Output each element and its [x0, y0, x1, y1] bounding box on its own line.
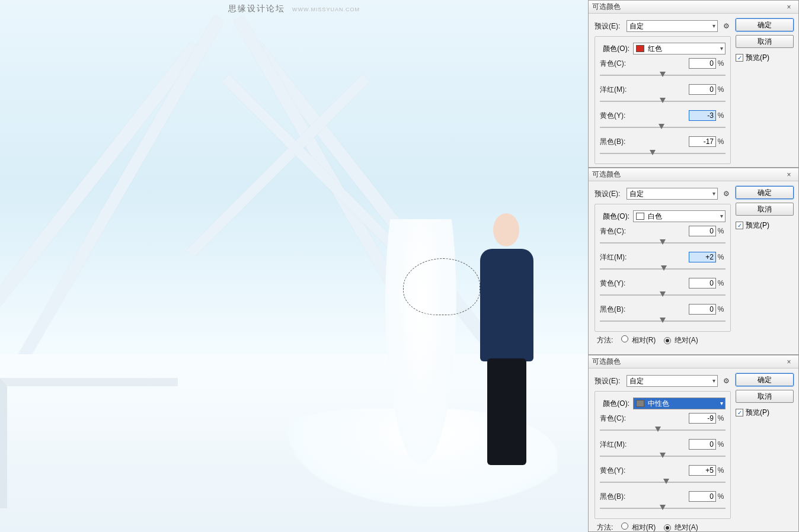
slider-track-cyan[interactable]: [600, 71, 726, 79]
color-swatch-icon: [636, 45, 644, 52]
slider-label-yellow: 黄色(Y):: [600, 278, 689, 289]
slider-value-cyan[interactable]: -9: [689, 413, 716, 424]
slider-track-magenta[interactable]: [600, 97, 726, 105]
gear-icon[interactable]: ⚙: [721, 22, 731, 30]
dialog-title: 可选颜色: [592, 169, 783, 180]
method-row: 方法: 相对(R) 绝对(A): [595, 523, 731, 532]
percent-label: %: [716, 466, 726, 475]
dialog-title: 可选颜色: [592, 357, 783, 367]
colors-label: 颜色(O):: [600, 44, 633, 54]
slider-value-cyan[interactable]: 0: [689, 226, 716, 236]
slider-value-yellow[interactable]: 0: [689, 278, 716, 289]
method-relative[interactable]: 相对(R): [621, 523, 656, 532]
cancel-button[interactable]: 取消: [736, 203, 794, 216]
ok-button[interactable]: 确定: [736, 186, 794, 199]
method-row: 方法: 相对(R) 绝对(A): [595, 335, 731, 345]
preview-label: 预览(P): [746, 220, 769, 230]
slider-track-yellow[interactable]: [600, 291, 726, 299]
slider-label-magenta: 洋红(M):: [600, 85, 689, 95]
image-canvas: 思缘设计论坛 WWW.MISSYUAN.COM: [0, 0, 588, 532]
preview-checkbox[interactable]: ✓预览(P): [736, 408, 794, 418]
slider-value-cyan[interactable]: 0: [689, 58, 716, 69]
slider-value-magenta[interactable]: +2: [689, 252, 716, 262]
chevron-down-icon: ▾: [720, 400, 723, 406]
preset-select[interactable]: 自定 ▾: [627, 188, 718, 200]
preview-checkbox[interactable]: ✓预览(P): [736, 220, 794, 230]
close-icon[interactable]: ×: [783, 171, 795, 179]
wedding-couple: [332, 207, 557, 509]
preset-select[interactable]: 自定 ▾: [627, 375, 718, 387]
adjust-group: 颜色(O): 中性色 ▾ 青色(C): -9 %: [595, 391, 731, 519]
percent-label: %: [716, 305, 726, 313]
slider-value-magenta[interactable]: 0: [689, 439, 716, 450]
selective-color-dialog-1: 可选颜色 × 预设(E): 自定 ▾ ⚙ 颜色(O):: [588, 0, 799, 168]
colors-label: 颜色(O):: [600, 211, 633, 222]
slider-label-yellow: 黄色(Y):: [600, 111, 689, 121]
watermark-text: 思缘设计论坛: [228, 4, 285, 13]
slider-track-black[interactable]: [600, 504, 726, 512]
slider-track-black[interactable]: [600, 317, 726, 325]
percent-label: %: [716, 111, 726, 120]
watermark: 思缘设计论坛 WWW.MISSYUAN.COM: [228, 4, 360, 14]
gear-icon[interactable]: ⚙: [721, 377, 731, 385]
slider-value-magenta[interactable]: 0: [689, 84, 716, 95]
preview-label: 预览(P): [746, 408, 769, 418]
percent-label: %: [716, 279, 726, 287]
slider-value-yellow[interactable]: -3: [689, 110, 716, 121]
selective-color-dialog-3: 可选颜色 × 预设(E): 自定 ▾ ⚙ 颜色(O):: [588, 355, 799, 532]
colors-select[interactable]: 中性色 ▾: [633, 398, 726, 409]
chevron-down-icon: ▾: [712, 190, 715, 197]
preset-label: 预设(E):: [595, 376, 627, 386]
colors-select[interactable]: 红色 ▾: [633, 43, 726, 55]
ok-button[interactable]: 确定: [736, 373, 794, 386]
method-absolute[interactable]: 绝对(A): [664, 523, 698, 532]
color-swatch-icon: [636, 213, 644, 220]
marquee-selection: [403, 258, 480, 315]
close-icon[interactable]: ×: [783, 358, 795, 366]
chevron-down-icon: ▾: [720, 45, 723, 52]
slider-value-black[interactable]: 0: [689, 304, 716, 315]
slider-track-yellow[interactable]: [600, 478, 726, 486]
color-swatch-icon: [636, 400, 644, 407]
percent-label: %: [716, 85, 726, 94]
preset-label: 预设(E):: [595, 21, 627, 31]
slider-label-cyan: 青色(C):: [600, 414, 689, 424]
colors-select[interactable]: 白色 ▾: [633, 210, 726, 222]
slider-track-magenta[interactable]: [600, 265, 726, 273]
cancel-button[interactable]: 取消: [736, 35, 794, 48]
preset-label: 预设(E):: [595, 189, 627, 199]
ok-button[interactable]: 确定: [736, 18, 794, 31]
slider-track-magenta[interactable]: [600, 452, 726, 460]
adjust-group: 颜色(O): 白色 ▾ 青色(C): 0 % 洋: [595, 204, 731, 332]
slider-value-black[interactable]: 0: [689, 491, 716, 502]
selective-color-dialog-2: 可选颜色 × 预设(E): 自定 ▾ ⚙ 颜色(O):: [588, 168, 799, 355]
slider-label-black: 黑色(B):: [600, 137, 689, 147]
slider-track-black[interactable]: [600, 149, 726, 158]
colors-label: 颜色(O):: [600, 399, 633, 409]
close-icon[interactable]: ×: [783, 3, 795, 11]
preview-label: 预览(P): [746, 53, 769, 63]
method-relative[interactable]: 相对(R): [621, 335, 656, 345]
cancel-button[interactable]: 取消: [736, 390, 794, 403]
preset-value: 自定: [629, 376, 644, 386]
gear-icon[interactable]: ⚙: [721, 190, 731, 198]
chevron-down-icon: ▾: [720, 213, 723, 219]
slider-track-cyan[interactable]: [600, 426, 726, 434]
slider-track-yellow[interactable]: [600, 123, 726, 132]
percent-label: %: [716, 227, 726, 235]
slider-label-cyan: 青色(C):: [600, 59, 689, 69]
method-absolute[interactable]: 绝对(A): [664, 335, 698, 345]
percent-label: %: [716, 440, 726, 448]
slider-label-black: 黑色(B):: [600, 492, 689, 502]
preset-value: 自定: [629, 21, 644, 31]
percent-label: %: [716, 414, 726, 422]
preset-select[interactable]: 自定 ▾: [627, 20, 718, 32]
slider-value-yellow[interactable]: +5: [689, 465, 716, 476]
slider-label-magenta: 洋红(M):: [600, 440, 689, 450]
slider-value-black[interactable]: -17: [689, 136, 716, 147]
preset-value: 自定: [629, 189, 644, 199]
percent-label: %: [716, 137, 726, 146]
preview-checkbox[interactable]: ✓预览(P): [736, 53, 794, 63]
chevron-down-icon: ▾: [712, 23, 715, 29]
slider-track-cyan[interactable]: [600, 239, 726, 247]
